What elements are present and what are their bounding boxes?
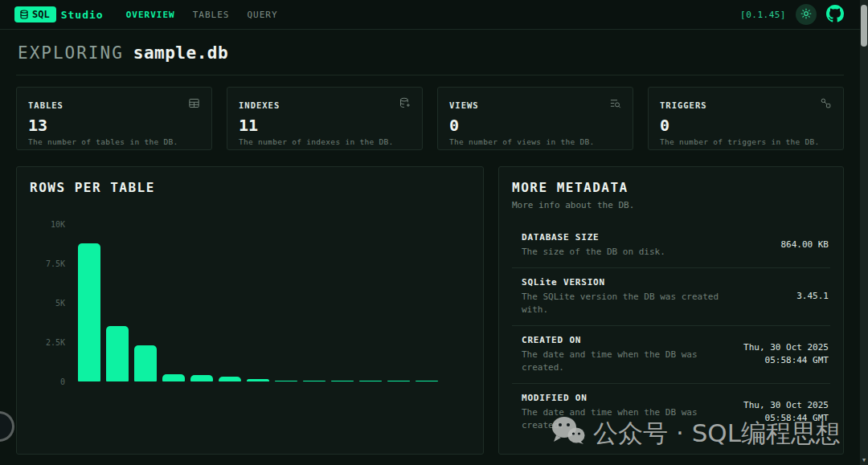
metadata-label: CREATED ON <box>522 335 703 345</box>
card-description: The number of tables in the DB. <box>28 137 200 146</box>
more-metadata-panel: MORE METADATA More info about the DB. DA… <box>498 166 844 455</box>
page-title: EXPLORING sample.db <box>16 30 844 75</box>
metadata-value: 864.00 KB <box>780 239 829 252</box>
card-value: 11 <box>239 116 411 135</box>
chart-bar <box>106 326 129 381</box>
nav-tab-query[interactable]: QUERY <box>247 10 277 20</box>
card-value: 13 <box>28 116 200 135</box>
metadata-rows: DATABASE SIZE The size of the DB on disk… <box>512 223 830 441</box>
metric-card-triggers: TRIGGERS 0 The number of triggers in the… <box>648 87 844 150</box>
metadata-value: 3.45.1 <box>796 290 829 304</box>
chart-bar <box>134 345 157 381</box>
exploring-label: EXPLORING <box>18 43 124 63</box>
metadata-description: The size of the DB on disk. <box>522 246 665 259</box>
chart-bars <box>78 224 464 381</box>
nav-tab-overview[interactable]: OVERVIEW <box>126 10 175 20</box>
card-value: 0 <box>660 116 832 135</box>
metadata-row-created-on: CREATED ON The date and time when the DB… <box>512 326 830 384</box>
card-value: 0 <box>449 116 621 135</box>
card-label: INDEXES <box>239 100 280 110</box>
card-label: VIEWS <box>449 100 479 110</box>
chart-y-tick: 5K <box>55 299 65 308</box>
page-content: EXPLORING sample.db TABLES 13 The number… <box>0 30 868 465</box>
table-icon <box>188 97 200 112</box>
github-link[interactable] <box>826 5 844 25</box>
metadata-description: The date and time when the DB was create… <box>522 406 703 432</box>
rows-per-table-chart: 10K7.5K5K2.5K0 <box>72 224 464 381</box>
panel-title: ROWS PER TABLE <box>30 180 470 195</box>
logo-badge: SQL <box>14 6 56 22</box>
panel-subtitle: More info about the DB. <box>512 200 830 210</box>
navbar: SQL Studio OVERVIEW TABLES QUERY [0.1.45… <box>0 0 868 30</box>
metric-card-indexes: INDEXES 11 The number of indexes in the … <box>227 87 423 150</box>
chart-bar <box>162 374 185 381</box>
metadata-label: DATABASE SIZE <box>522 232 665 243</box>
metric-card-tables: TABLES 13 The number of tables in the DB… <box>16 87 212 150</box>
metadata-label: MODIFIED ON <box>522 393 703 403</box>
scrollbar-down-arrow[interactable]: ▼ <box>860 457 868 463</box>
vertical-scrollbar[interactable]: ▼ <box>860 0 868 465</box>
metadata-row-database-size: DATABASE SIZE The size of the DB on disk… <box>512 223 830 268</box>
card-label: TABLES <box>28 100 63 110</box>
metric-cards-row: TABLES 13 The number of tables in the DB… <box>16 87 844 150</box>
database-icon <box>399 97 411 112</box>
rows-per-table-panel: ROWS PER TABLE 10K7.5K5K2.5K0 <box>16 166 484 455</box>
chart-y-tick: 0 <box>60 377 65 386</box>
app-logo[interactable]: SQL Studio <box>14 6 104 22</box>
chart-y-tick: 2.5K <box>46 338 65 347</box>
nav-tab-tables[interactable]: TABLES <box>193 10 230 20</box>
database-name: sample.db <box>133 43 228 63</box>
metadata-description: The date and time when the DB was create… <box>522 349 703 374</box>
chart-bar <box>247 379 269 381</box>
nav-links: OVERVIEW TABLES QUERY <box>126 10 278 20</box>
logo-badge-text: SQL <box>32 9 50 20</box>
panel-title: MORE METADATA <box>512 180 830 195</box>
card-description: The number of views in the DB. <box>449 137 621 146</box>
chart-bar <box>275 381 297 382</box>
chart-bar <box>219 377 241 381</box>
chart-bar <box>387 381 410 382</box>
chart-bar <box>190 375 213 381</box>
chart-bar <box>78 243 100 381</box>
chart-y-tick: 10K <box>51 220 65 229</box>
workflow-icon <box>820 97 832 112</box>
scrollbar-thumb[interactable] <box>861 5 867 47</box>
metadata-row-sqlite-version: SQLite VERSION The SQLite version the DB… <box>512 268 830 326</box>
logo-studio-text: Studio <box>61 9 104 21</box>
chart-bar <box>416 381 438 382</box>
database-icon <box>19 10 29 19</box>
metric-card-views: VIEWS 0 The number of views in the DB. <box>437 87 633 150</box>
metadata-label: SQLite VERSION <box>522 277 739 288</box>
metadata-value: Thu, 30 Oct 2025 05:58:44 GMT <box>703 399 829 426</box>
chart-bar <box>303 381 326 382</box>
main-panels-row: ROWS PER TABLE 10K7.5K5K2.5K0 MORE METAD… <box>16 166 844 455</box>
metadata-row-modified-on: MODIFIED ON The date and time when the D… <box>512 384 830 441</box>
github-icon <box>826 5 844 25</box>
metadata-value: Thu, 30 Oct 2025 05:58:44 GMT <box>703 341 829 368</box>
list-search-icon <box>609 97 621 112</box>
theme-toggle-button[interactable] <box>796 4 817 25</box>
chart-y-tick: 7.5K <box>46 259 65 268</box>
chart-bar <box>359 381 382 382</box>
card-description: The number of triggers in the DB. <box>660 137 832 146</box>
metadata-description: The SQLite version the DB was created wi… <box>522 291 739 316</box>
version-badge[interactable]: [0.1.45] <box>740 10 786 20</box>
card-description: The number of indexes in the DB. <box>239 137 411 146</box>
chart-bar <box>331 381 354 382</box>
sun-icon <box>800 8 812 22</box>
card-label: TRIGGERS <box>660 100 707 110</box>
navbar-right: [0.1.45] <box>740 4 844 25</box>
